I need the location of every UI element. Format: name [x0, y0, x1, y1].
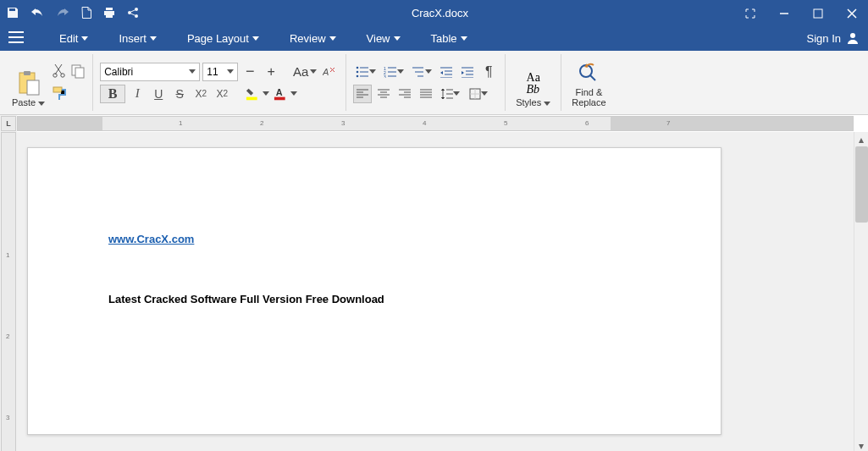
vertical-ruler[interactable]: 1 2 3 — [1, 132, 16, 451]
line-spacing-button[interactable] — [438, 85, 463, 103]
menu-pagelayout[interactable]: Page Layout — [172, 32, 274, 45]
styles-button[interactable]: AaBb Styles — [512, 56, 554, 109]
decrease-font-size-button[interactable]: − — [240, 63, 259, 81]
multilevel-list-button[interactable] — [409, 63, 434, 81]
menu-pagelayout-label: Page Layout — [187, 32, 249, 45]
svg-text:A: A — [323, 67, 329, 77]
chevron-down-icon — [263, 91, 269, 96]
styles-sample1: Aa — [527, 71, 540, 84]
menu-view-label: View — [367, 32, 390, 45]
chevron-down-icon — [397, 69, 404, 74]
font-name-select[interactable]: Calibri — [100, 63, 200, 81]
styles-group: AaBb Styles — [506, 54, 561, 111]
menu-edit-label: Edit — [59, 32, 78, 45]
chevron-down-icon — [329, 36, 336, 41]
highlight-color-button[interactable] — [245, 85, 270, 103]
svg-rect-12 — [75, 68, 84, 78]
undo-icon[interactable] — [30, 7, 44, 19]
redo-icon[interactable] — [56, 7, 69, 19]
chevron-down-icon — [369, 69, 376, 74]
italic-button[interactable]: I — [128, 85, 147, 103]
user-icon — [846, 31, 860, 45]
svg-point-19 — [357, 74, 359, 77]
menu-edit[interactable]: Edit — [44, 32, 103, 45]
clipboard-group: Paste — [2, 54, 93, 111]
decrease-indent-button[interactable] — [437, 63, 456, 81]
menu-insert[interactable]: Insert — [103, 32, 172, 45]
font-name-value: Calibri — [104, 66, 133, 78]
chevron-down-icon — [227, 69, 234, 74]
fullscreen-icon[interactable] — [741, 7, 760, 19]
find-replace-icon — [577, 62, 600, 85]
chevron-down-icon — [150, 36, 157, 41]
menu-review-label: Review — [290, 32, 326, 45]
scroll-down-icon[interactable]: ▾ — [854, 438, 868, 451]
paragraph-group: 123 ¶ — [346, 54, 506, 111]
document-canvas[interactable]: www.CracX.com Latest Cracked Software Fu… — [17, 132, 854, 451]
bold-button[interactable]: B — [100, 85, 125, 103]
minimize-icon[interactable] — [775, 7, 793, 19]
format-painter-icon[interactable] — [52, 85, 67, 103]
clear-formatting-button[interactable]: A — [320, 63, 339, 81]
paste-button[interactable]: Paste — [8, 56, 48, 109]
maximize-icon[interactable] — [809, 7, 827, 19]
sign-in-button[interactable]: Sign In — [807, 31, 860, 45]
close-icon[interactable] — [843, 7, 861, 19]
strikethrough-button[interactable]: S — [170, 85, 189, 103]
chevron-down-icon — [461, 36, 467, 41]
ribbon: Paste Calibri 11 − + Aa A B I U — [0, 51, 868, 115]
subscript-button[interactable]: X2 — [191, 85, 210, 103]
menu-bar: Edit Insert Page Layout Review View Tabl… — [0, 25, 868, 51]
chevron-down-icon — [453, 91, 460, 96]
borders-button[interactable] — [466, 85, 491, 103]
share-icon[interactable] — [127, 7, 139, 19]
increase-font-size-button[interactable]: + — [262, 63, 280, 81]
scroll-up-icon[interactable]: ▴ — [854, 132, 868, 146]
font-size-select[interactable]: 11 — [202, 63, 238, 81]
align-right-button[interactable] — [395, 85, 414, 103]
menu-table-label: Table — [431, 32, 457, 45]
styles-sample2: Bb — [527, 83, 540, 96]
vertical-scrollbar[interactable]: ▴ ▾ — [854, 132, 868, 451]
underline-button[interactable]: U — [149, 85, 168, 103]
menu-review[interactable]: Review — [274, 32, 351, 45]
scroll-thumb[interactable] — [855, 146, 868, 223]
svg-rect-6 — [24, 71, 30, 75]
menu-view[interactable]: View — [351, 32, 416, 45]
cut-icon[interactable] — [52, 63, 67, 80]
document-body-text: Latest Cracked Software Full Version Fre… — [108, 293, 640, 305]
hamburger-icon[interactable] — [8, 31, 24, 46]
font-color-button[interactable]: A — [273, 85, 298, 103]
svg-rect-14 — [246, 96, 257, 100]
pilcrow-button[interactable]: ¶ — [479, 63, 498, 81]
increase-indent-button[interactable] — [458, 63, 477, 81]
chevron-down-icon — [189, 69, 196, 74]
svg-rect-7 — [27, 80, 39, 95]
chevron-down-icon — [38, 102, 45, 106]
align-left-button[interactable] — [353, 85, 372, 103]
document-link[interactable]: www.CracX.com — [108, 233, 194, 245]
svg-rect-16 — [274, 96, 285, 100]
align-center-button[interactable] — [374, 85, 393, 103]
superscript-button[interactable]: X2 — [213, 85, 231, 103]
copy-icon[interactable] — [70, 63, 86, 81]
new-doc-icon[interactable] — [81, 7, 91, 19]
bullets-button[interactable] — [353, 63, 379, 81]
chevron-down-icon — [481, 91, 488, 96]
find-replace-button[interactable]: Find & Replace — [568, 56, 609, 109]
svg-text:A: A — [276, 86, 283, 96]
find-replace-label: Find & Replace — [572, 87, 605, 107]
svg-text:3: 3 — [384, 74, 386, 78]
numbering-button[interactable]: 123 — [381, 63, 406, 81]
menu-table[interactable]: Table — [416, 32, 483, 45]
horizontal-ruler[interactable]: 1234567 — [17, 116, 854, 131]
styles-label: Styles — [516, 97, 541, 107]
chevron-down-icon — [252, 36, 259, 41]
change-case-button[interactable]: Aa — [292, 63, 318, 81]
justify-button[interactable] — [417, 85, 435, 103]
save-icon[interactable] — [7, 7, 19, 19]
paste-icon — [17, 70, 41, 96]
print-icon[interactable] — [103, 7, 115, 19]
tab-selector[interactable]: L — [1, 116, 16, 131]
page: www.CracX.com Latest Cracked Software Fu… — [27, 147, 721, 435]
